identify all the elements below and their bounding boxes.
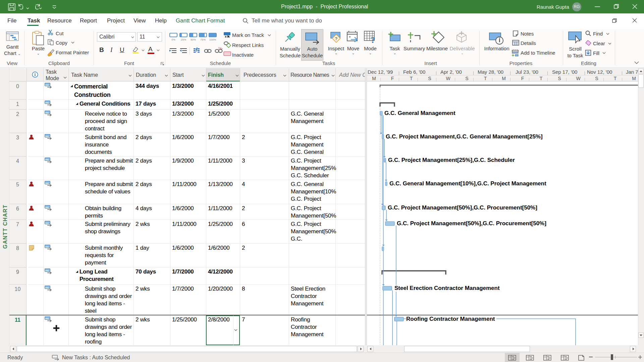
svg-text:?: ? [335,36,338,41]
svg-text:?: ? [371,35,375,45]
